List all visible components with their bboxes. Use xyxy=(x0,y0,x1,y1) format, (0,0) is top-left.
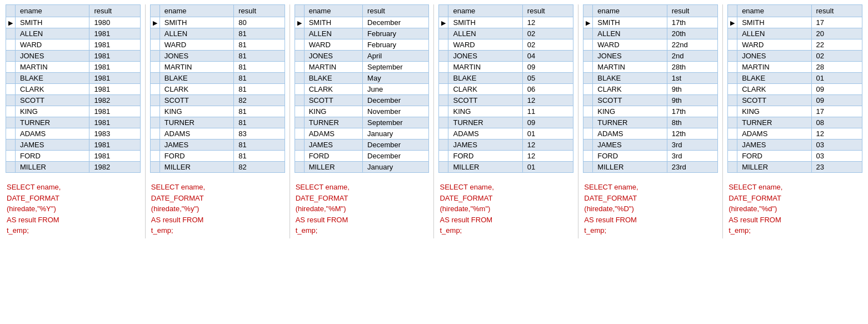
ename-cell: KING xyxy=(304,106,362,117)
ename-cell: WARD xyxy=(159,39,233,51)
table-row: MARTINSeptember xyxy=(295,62,429,73)
col-header-result: result xyxy=(522,5,573,17)
result-cell: 1983 xyxy=(89,128,140,139)
ename-cell: TURNER xyxy=(593,117,667,128)
result-cell: April xyxy=(363,51,429,62)
ename-cell: KING xyxy=(16,106,89,117)
ename-cell: KING xyxy=(159,106,233,117)
result-cell: 02 xyxy=(522,39,573,51)
col-header-result: result xyxy=(234,5,285,17)
arrow-header xyxy=(439,5,448,17)
table-row: MARTIN81 xyxy=(150,62,285,73)
ename-cell: ADAMS xyxy=(304,128,362,139)
row-arrow-cell xyxy=(150,106,159,117)
row-arrow-cell xyxy=(150,62,159,73)
col-header-result: result xyxy=(667,5,717,17)
result-cell: 81 xyxy=(234,39,285,51)
table-row: ALLEN02 xyxy=(439,28,573,39)
ename-cell: BLAKE xyxy=(16,73,89,84)
ename-cell: CLARK xyxy=(16,84,89,95)
sql-code-4: SELECT ename, DATE_FORMAT (hiredate,"%m"… xyxy=(438,180,573,238)
result-cell: February xyxy=(363,28,429,39)
ename-cell: JONES xyxy=(448,51,522,62)
ename-cell: BLAKE xyxy=(737,73,811,84)
row-arrow-cell xyxy=(583,62,593,73)
result-cell: 81 xyxy=(234,106,285,117)
result-cell: 12 xyxy=(522,17,573,28)
table-row: WARD1981 xyxy=(6,39,141,51)
row-arrow-cell xyxy=(6,28,16,39)
row-arrow-cell xyxy=(728,62,737,73)
table-row: CLARK09 xyxy=(728,84,862,95)
arrow-header xyxy=(6,5,16,17)
table-row: WARD22nd xyxy=(583,39,718,51)
result-cell: 23rd xyxy=(667,162,717,173)
row-arrow-cell xyxy=(728,151,737,162)
result-cell: 20th xyxy=(667,28,717,39)
result-cell: 1981 xyxy=(89,84,140,95)
ename-cell: MARTIN xyxy=(16,62,89,73)
table-separator xyxy=(722,4,723,238)
table-row: ALLEN20 xyxy=(728,28,862,39)
result-cell: 9th xyxy=(667,84,717,95)
table-row: JAMES12 xyxy=(439,139,573,151)
result-cell: 1981 xyxy=(89,139,140,151)
row-arrow-cell xyxy=(295,151,304,162)
table-row: BLAKE05 xyxy=(439,73,573,84)
table-row: JONES02 xyxy=(728,51,862,62)
table-row: ADAMS12 xyxy=(728,128,862,139)
row-arrow-cell xyxy=(439,39,448,51)
row-arrow-cell xyxy=(728,139,737,151)
table-row: ALLENFebruary xyxy=(295,28,429,39)
ename-cell: CLARK xyxy=(593,84,667,95)
table-row: JAMESDecember xyxy=(295,139,429,151)
ename-cell: BLAKE xyxy=(159,73,233,84)
ename-cell: FORD xyxy=(737,151,811,162)
ename-cell: JONES xyxy=(159,51,233,62)
ename-cell: WARD xyxy=(593,39,667,51)
row-arrow-cell xyxy=(6,51,16,62)
row-arrow-cell xyxy=(583,28,593,39)
result-cell: 1981 xyxy=(89,39,140,51)
result-cell: 81 xyxy=(234,117,285,128)
result-cell: December xyxy=(363,139,429,151)
table-row: FORD81 xyxy=(150,151,285,162)
table-row: BLAKE81 xyxy=(150,73,285,84)
result-cell: 03 xyxy=(811,151,862,162)
result-cell: 1981 xyxy=(89,51,140,62)
ename-cell: SMITH xyxy=(737,17,811,28)
table-row: JONES04 xyxy=(439,51,573,62)
ename-cell: WARD xyxy=(16,39,89,51)
result-cell: 03 xyxy=(811,139,862,151)
ename-cell: KING xyxy=(448,106,522,117)
table-row: FORD3rd xyxy=(583,151,718,162)
data-table-3: enameresult▶SMITHDecemberALLENFebruaryWA… xyxy=(295,4,430,173)
row-arrow-cell xyxy=(150,51,159,62)
table-row: ADAMS83 xyxy=(150,128,285,139)
row-arrow-cell xyxy=(295,162,304,173)
ename-cell: SCOTT xyxy=(448,95,522,106)
result-cell: 17th xyxy=(667,106,717,117)
ename-cell: CLARK xyxy=(159,84,233,95)
ename-cell: KING xyxy=(593,106,667,117)
result-cell: 1980 xyxy=(89,17,140,28)
result-cell: 1982 xyxy=(89,95,140,106)
ename-cell: WARD xyxy=(448,39,522,51)
ename-cell: ADAMS xyxy=(737,128,811,139)
row-arrow-cell xyxy=(150,162,159,173)
ename-cell: WARD xyxy=(304,39,362,51)
ename-cell: BLAKE xyxy=(448,73,522,84)
result-cell: 12 xyxy=(811,128,862,139)
row-arrow-icon: ▶ xyxy=(586,19,590,26)
row-arrow-cell xyxy=(583,162,593,173)
table-separator xyxy=(433,4,434,238)
table-row: TURNER08 xyxy=(728,117,862,128)
result-cell: 22nd xyxy=(667,39,717,51)
result-cell: 17th xyxy=(667,17,717,28)
table-row: ▶SMITH1980 xyxy=(6,17,141,28)
row-arrow-cell xyxy=(6,128,16,139)
result-cell: 22 xyxy=(811,39,862,51)
row-arrow-cell: ▶ xyxy=(6,17,16,28)
table-section-4: enameresult▶SMITH12ALLEN02WARD02JONES04M… xyxy=(435,4,577,238)
col-header-result: result xyxy=(89,5,140,17)
